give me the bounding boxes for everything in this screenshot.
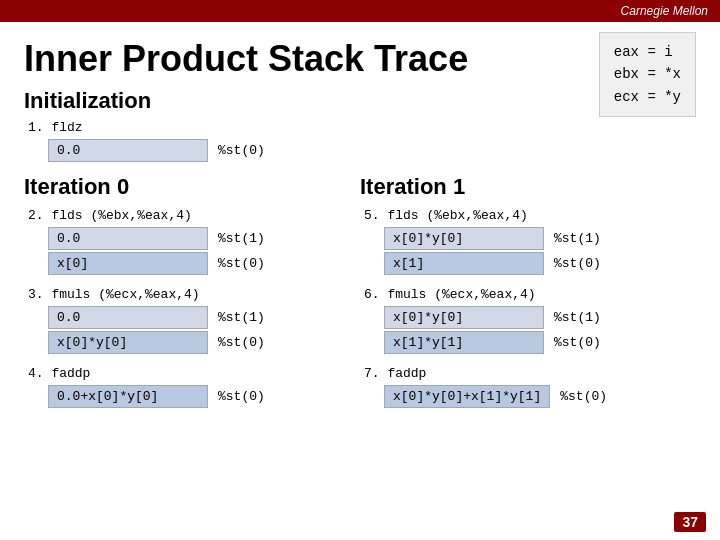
stack-reg: %st(0) (560, 389, 607, 404)
stack-cell: 0.0 (48, 139, 208, 162)
step-5-stack: x[0]*y[0] %st(1) x[1] %st(0) (384, 227, 696, 275)
stack-row: x[0] %st(0) (48, 252, 360, 275)
stack-row: x[0]*y[0] %st(1) (384, 306, 696, 329)
step-1-label: 1. fldz (28, 120, 696, 135)
step-1-stack: 0.0 %st(0) (48, 139, 696, 162)
stack-cell-highlight: 0.0+x[0]*y[0] (48, 385, 208, 408)
stack-reg: %st(1) (554, 310, 601, 325)
stack-row: x[1]*y[1] %st(0) (384, 331, 696, 354)
main-content: Inner Product Stack Trace eax = i ebx = … (0, 22, 720, 436)
initialization-section: Initialization 1. fldz 0.0 %st(0) (24, 88, 696, 162)
stack-reg: %st(0) (554, 256, 601, 271)
register-line-1: eax = i (614, 41, 681, 63)
register-line-2: ebx = *x (614, 63, 681, 85)
stack-reg: %st(0) (218, 389, 265, 404)
iterations-row: Iteration 0 2. flds (%ebx,%eax,4) 0.0 %s… (24, 174, 696, 420)
step-7-label: 7. faddp (364, 366, 696, 381)
stack-row: x[1] %st(0) (384, 252, 696, 275)
stack-cell-highlight: x[0]*y[0]+x[1]*y[1] (384, 385, 550, 408)
stack-row: 0.0 %st(0) (48, 139, 696, 162)
step-2-stack: 0.0 %st(1) x[0] %st(0) (48, 227, 360, 275)
register-box: eax = i ebx = *x ecx = *y (599, 32, 696, 117)
step-5-label: 5. flds (%ebx,%eax,4) (364, 208, 696, 223)
stack-row: 0.0 %st(1) (48, 227, 360, 250)
step-6-stack: x[0]*y[0] %st(1) x[1]*y[1] %st(0) (384, 306, 696, 354)
stack-reg: %st(0) (218, 335, 265, 350)
stack-reg: %st(1) (554, 231, 601, 246)
stack-reg: %st(1) (218, 231, 265, 246)
stack-row: 0.0 %st(1) (48, 306, 360, 329)
page-number: 37 (674, 512, 706, 532)
stack-cell-highlight: x[1] (384, 252, 544, 275)
stack-cell: x[0]*y[0] (384, 227, 544, 250)
stack-cell-highlight: x[1]*y[1] (384, 331, 544, 354)
stack-reg: %st(1) (218, 310, 265, 325)
page-title: Inner Product Stack Trace (24, 38, 696, 80)
stack-row: x[0]*y[0] %st(1) (384, 227, 696, 250)
brand-label: Carnegie Mellon (621, 4, 708, 18)
init-header: Initialization (24, 88, 696, 114)
iter1-header: Iteration 1 (360, 174, 696, 200)
step-3-stack: 0.0 %st(1) x[0]*y[0] %st(0) (48, 306, 360, 354)
stack-row: 0.0+x[0]*y[0] %st(0) (48, 385, 360, 408)
top-bar: Carnegie Mellon (0, 0, 720, 22)
stack-cell: x[0]*y[0] (384, 306, 544, 329)
step-3-label: 3. fmuls (%ecx,%eax,4) (28, 287, 360, 302)
iter0-header: Iteration 0 (24, 174, 360, 200)
step-4-stack: 0.0+x[0]*y[0] %st(0) (48, 385, 360, 408)
iteration-1-col: Iteration 1 5. flds (%ebx,%eax,4) x[0]*y… (360, 174, 696, 420)
stack-cell: 0.0 (48, 227, 208, 250)
step-2-label: 2. flds (%ebx,%eax,4) (28, 208, 360, 223)
stack-cell-highlight: x[0]*y[0] (48, 331, 208, 354)
stack-reg: %st(0) (554, 335, 601, 350)
stack-row: x[0]*y[0] %st(0) (48, 331, 360, 354)
step-6-label: 6. fmuls (%ecx,%eax,4) (364, 287, 696, 302)
step-4-label: 4. faddp (28, 366, 360, 381)
stack-cell-highlight: x[0] (48, 252, 208, 275)
register-line-3: ecx = *y (614, 86, 681, 108)
step-7-stack: x[0]*y[0]+x[1]*y[1] %st(0) (384, 385, 696, 408)
stack-reg: %st(0) (218, 143, 265, 158)
stack-row: x[0]*y[0]+x[1]*y[1] %st(0) (384, 385, 696, 408)
stack-cell: 0.0 (48, 306, 208, 329)
stack-reg: %st(0) (218, 256, 265, 271)
iteration-0-col: Iteration 0 2. flds (%ebx,%eax,4) 0.0 %s… (24, 174, 360, 420)
